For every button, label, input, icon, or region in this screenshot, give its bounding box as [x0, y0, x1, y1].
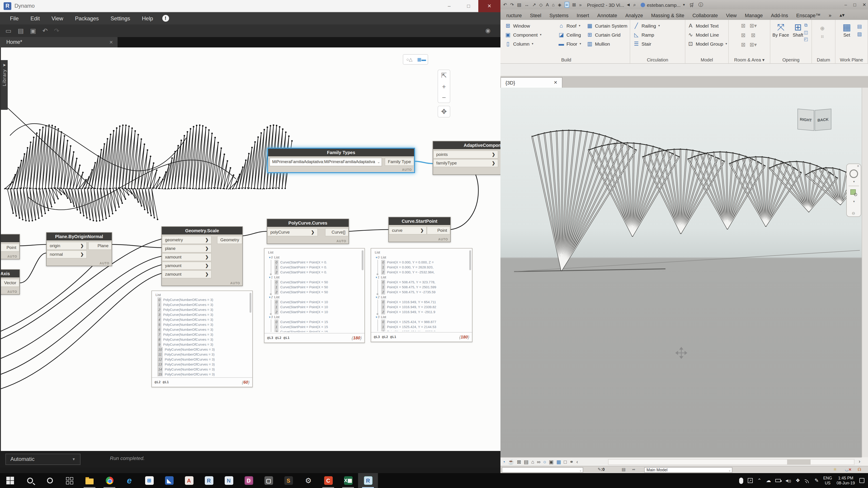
floor-button[interactable]: ▬Floor▾ [558, 40, 581, 47]
battery-icon[interactable] [776, 479, 781, 482]
panel-label-opening[interactable]: Opening [770, 57, 811, 62]
set-work-plane-button[interactable]: ▦Set [837, 22, 856, 37]
constraints-icon[interactable]: □ [564, 459, 567, 464]
output-port-point[interactable]: Point [0, 243, 20, 252]
column-button[interactable]: ▯Column▾ [504, 40, 541, 47]
revit-close-button[interactable]: ✕ [862, 0, 866, 9]
node-plane-by-origin-normal[interactable]: Plane.ByOriginNormalorigin❯normal❯PlaneA… [46, 232, 112, 266]
docs-icon[interactable]: D [239, 473, 258, 488]
model-group-button[interactable]: ⊡Model Group▾ [687, 40, 727, 47]
filter-icon[interactable]: ◡✕ [845, 467, 851, 472]
thin-lines-icon[interactable]: ≡ [565, 2, 569, 8]
camtasia-icon[interactable]: C [318, 473, 338, 488]
autocad-icon[interactable]: A [179, 473, 199, 488]
watch-node-polycurves[interactable]: List0PolyCurve(NumberOfCurves = 3)1PolyC… [151, 291, 253, 387]
new-file-icon[interactable]: ▭ [5, 26, 11, 35]
node-geometry-scale[interactable]: Geometry.Scalegeometry❯plane❯xamount❯yam… [161, 226, 243, 286]
input-port-zamount[interactable]: zamount❯ [162, 270, 212, 278]
dynamo-maximize-button[interactable]: □ [459, 0, 478, 12]
edge-icon[interactable]: e [119, 473, 139, 488]
ribbon-tab-steel[interactable]: Steel [526, 11, 546, 20]
qat-more-icon[interactable]: » [579, 2, 582, 7]
input-port-curve[interactable]: curve❯ [389, 226, 427, 234]
zoom-out-button[interactable]: − [438, 92, 450, 103]
node-vector-xaxis[interactable]: r.XAxisVectorAUTO [0, 269, 20, 295]
tray-chevron-icon[interactable]: ⌃ [757, 478, 761, 484]
output-port-point[interactable]: Point [427, 226, 450, 234]
mouse-settings-icon[interactable] [739, 477, 743, 484]
aligned-dimension-icon[interactable]: ↗ [532, 2, 536, 7]
room-area-tool-icon[interactable]: ⊠ [739, 41, 748, 50]
help-icon[interactable]: ⓘ [699, 2, 703, 8]
ribbon-tab-add-ins[interactable]: Add-Ins [767, 11, 792, 20]
panel-label-build[interactable]: Build [503, 57, 630, 62]
action-center-icon[interactable] [860, 478, 864, 483]
work-plane-tool-icon[interactable]: ▤ [857, 24, 862, 29]
chevron-down-icon[interactable]: ▼ [852, 200, 855, 203]
navbar-close-icon[interactable]: ✕ [857, 164, 860, 168]
crop-visible-icon[interactable]: ▤ [524, 459, 528, 465]
view-mode-toggle[interactable]: ○△ ▦▬ [403, 54, 428, 65]
ribbon-tab-analyze[interactable]: Analyze [621, 11, 647, 20]
dynamo-minimize-button[interactable]: – [439, 0, 459, 12]
ribbon-tab-systems[interactable]: Systems [546, 11, 572, 20]
room-area-tool-icon[interactable]: ⊠▾ [749, 41, 758, 50]
model-text-button[interactable]: AModel Text [687, 22, 727, 29]
watch-group-header[interactable]: ▾0List [373, 255, 468, 260]
pin-icon[interactable]: ☊ [858, 467, 861, 472]
tab-home[interactable]: Home* ✕ [0, 37, 118, 47]
text-icon[interactable]: A [546, 2, 549, 7]
file-explorer-icon[interactable] [80, 473, 99, 488]
notifications-icon[interactable]: ! [162, 15, 169, 22]
ribbon-collapse-toggle[interactable]: ▴▾ [835, 10, 848, 20]
tab-close-icon[interactable]: ✕ [109, 37, 113, 47]
room-area-tool-icon[interactable]: ⊠ [749, 32, 758, 41]
whiteboard-icon[interactable]: ▢ [258, 473, 278, 488]
paint3d-icon[interactable]: ◣ [159, 473, 179, 488]
ribbon-tab-enscape-[interactable]: Enscape™ [792, 11, 825, 20]
volume-icon[interactable]: ◂))) [785, 478, 791, 484]
ribbon-tab-massing-site[interactable]: Massing & Site [647, 11, 688, 20]
opening-tool-icon[interactable]: ◫ [804, 30, 808, 35]
unlocked-view-icon[interactable]: ⌂ [531, 459, 534, 464]
input-port-origin[interactable]: origin❯ [46, 242, 87, 250]
section-icon[interactable]: ◈ [558, 2, 561, 7]
redo-icon[interactable]: ↷ [510, 2, 514, 7]
watch-scrollbar[interactable] [362, 250, 364, 270]
clock[interactable]: 1:45 PM08-Jun-19 [837, 476, 855, 486]
watch-group-header[interactable]: ▾3List [373, 315, 468, 320]
user-account[interactable]: esteban.camp... ▼ [640, 2, 685, 7]
ribbon-tab-manage[interactable]: Manage [741, 11, 767, 20]
pen-icon[interactable]: ✎ [814, 478, 818, 484]
language-indicator[interactable]: ENGUS [823, 476, 832, 486]
navisworks-icon[interactable]: N [219, 473, 239, 488]
node-point[interactable]: PointAUTO [0, 234, 20, 259]
pan-button[interactable]: ✥ [438, 106, 450, 117]
settings-gear-icon[interactable]: ⚙ [298, 473, 318, 488]
render-icon[interactable]: ☕ [508, 459, 514, 465]
dynamo-canvas[interactable]: ➤ Library PointAUTOr.XAxisVectorAUTOPlan… [0, 47, 500, 451]
room-area-tool-icon[interactable]: ⊠▾ [749, 23, 758, 31]
watch-group-header[interactable]: ▾0List [266, 255, 361, 260]
panel-label-model[interactable]: Model [685, 57, 728, 62]
display-expand-icon[interactable]: ↗ [748, 478, 753, 483]
reveal-hidden-icon[interactable]: ○ [543, 459, 546, 464]
worksets-icon[interactable]: ✎:0 [598, 467, 604, 472]
revit-minimize-button[interactable]: – [844, 0, 847, 9]
revit-3d-viewport[interactable]: RIGHT BACK ✕ ▼ ▼ ⊖ [500, 88, 862, 457]
viewcube-right-face[interactable]: RIGHT [798, 109, 814, 131]
viewport-vertical-scrollbar[interactable] [862, 88, 868, 457]
zoom-in-button[interactable]: + [438, 81, 450, 92]
datum-tool-icon[interactable]: ⊕ [820, 25, 825, 32]
output-port-familytype[interactable]: Family Type [385, 158, 414, 166]
input-port-normal[interactable]: normal❯ [46, 250, 87, 258]
ramp-button[interactable]: ◺Ramp [633, 31, 660, 38]
output-port-geometry[interactable]: Geometry [217, 236, 242, 244]
onedrive-cloud-icon[interactable]: ☁ [766, 478, 771, 484]
dropbox-icon[interactable]: ❖ [796, 478, 800, 484]
output-port-curve[interactable]: Curve[] [325, 228, 348, 236]
undo-icon[interactable]: ↶ [42, 26, 48, 35]
watch-scrollbar[interactable] [250, 293, 251, 313]
watch-group-header[interactable]: ▾2List [266, 295, 361, 300]
displacement-icon[interactable]: ▦ [556, 459, 561, 465]
